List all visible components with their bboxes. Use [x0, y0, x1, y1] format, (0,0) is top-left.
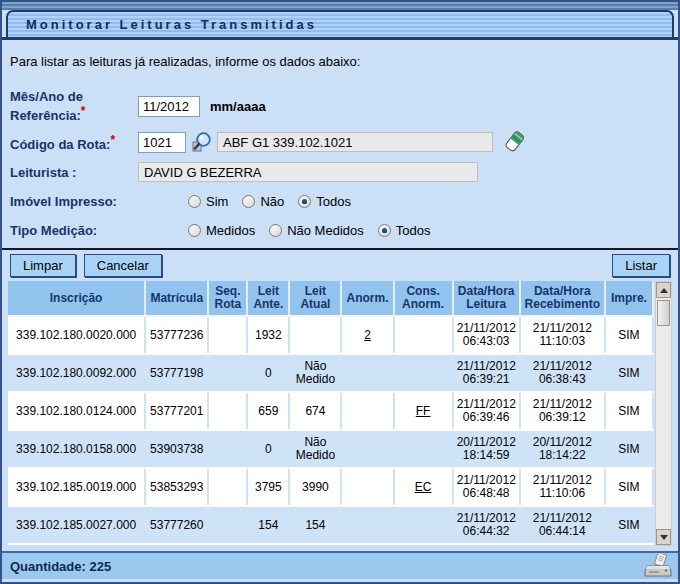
- radio-option-label: Sim: [206, 194, 228, 209]
- cell-anorm: [341, 392, 393, 430]
- cell-leit-atual: Não Medido: [289, 430, 341, 468]
- cell-leit-ante: 154: [247, 506, 289, 544]
- cell-inscricao: 339.102.180.0020.000: [8, 316, 145, 354]
- cell-data-hora-leitura: 21/11/201206:44:32: [453, 506, 520, 544]
- radio-option-todos[interactable]: Todos: [298, 194, 351, 209]
- cell-seq-rota: [208, 316, 247, 354]
- scrollbar-up-button[interactable]: [656, 282, 671, 298]
- cell-impresso: SIM: [605, 468, 653, 506]
- window-top-stripes: [2, 2, 678, 10]
- cell-leit-ante: 659: [247, 392, 289, 430]
- radio-unselected-icon[interactable]: [188, 195, 201, 208]
- limpar-button[interactable]: Limpar: [10, 254, 76, 277]
- cell-data-hora-leitura: 20/11/201218:14:59: [453, 430, 520, 468]
- table-scrollbar[interactable]: [655, 281, 672, 546]
- cell-data-hora-recebimento: 20/11/201218:14:22: [520, 430, 605, 468]
- scrollbar-down-button[interactable]: [656, 529, 671, 545]
- radio-option-label: Não Medidos: [287, 223, 364, 238]
- cell-matricula: 53777201: [145, 392, 208, 430]
- page-title-bar: Monitorar Leituras Transmitidas: [6, 10, 674, 37]
- mes-ano-label-text: Mês/Ano de Referência:: [10, 89, 83, 123]
- cell-data-hora-leitura: 21/11/201206:39:46: [453, 392, 520, 430]
- required-mark: *: [110, 133, 115, 147]
- readings-table: Inscrição Matrícula Seq. Rota Leit Ante.…: [8, 281, 654, 545]
- codigo-rota-label: Código da Rota:*: [10, 133, 138, 152]
- cons-anorm-link[interactable]: EC: [415, 480, 432, 494]
- cell-cons-anorm: EC: [394, 468, 453, 506]
- cell-matricula: 53853293: [145, 468, 208, 506]
- form-row-codigo-rota: Código da Rota:* ABF G1 339.102.1021: [10, 130, 670, 154]
- listar-button[interactable]: Listar: [612, 254, 670, 277]
- footer-bar: Quantidade: 225: [2, 551, 678, 579]
- radio-unselected-icon[interactable]: [269, 224, 282, 237]
- cell-matricula: 53903738: [145, 430, 208, 468]
- header-data-hora-leitura: Data/Hora Leitura: [453, 281, 520, 316]
- readings-table-body: 339.102.180.0020.000537772361932221/11/2…: [8, 316, 653, 544]
- cell-cons-anorm: [394, 430, 453, 468]
- header-data-hora-recebimento: Data/Hora Recebimento: [520, 281, 605, 316]
- cell-impresso: SIM: [605, 430, 653, 468]
- codigo-rota-input[interactable]: [138, 132, 186, 153]
- radio-unselected-icon[interactable]: [188, 224, 201, 237]
- cell-leit-atual: 154: [289, 506, 341, 544]
- cell-cons-anorm: [394, 316, 453, 354]
- radio-option-não[interactable]: Não: [242, 194, 284, 209]
- cell-inscricao: 339.102.180.0158.000: [8, 430, 145, 468]
- radio-option-todos[interactable]: Todos: [378, 223, 431, 238]
- cell-inscricao: 339.102.180.0092.000: [8, 354, 145, 392]
- content-area: Para listar as leituras já realizadas, i…: [2, 54, 678, 546]
- cell-inscricao: 339.102.185.0019.000: [8, 468, 145, 506]
- readings-grid-viewport: Inscrição Matrícula Seq. Rota Leit Ante.…: [8, 281, 654, 546]
- search-rota-button[interactable]: [191, 131, 213, 153]
- radio-option-sim[interactable]: Sim: [188, 194, 228, 209]
- radio-option-não-medidos[interactable]: Não Medidos: [269, 223, 364, 238]
- header-leit-atual: Leit Atual: [289, 281, 341, 316]
- form-row-tipo-medicao: Tipo Medição: MedidosNão MedidosTodos: [10, 219, 670, 241]
- cell-inscricao: 339.102.185.0027.000: [8, 506, 145, 544]
- cell-impresso: SIM: [605, 506, 653, 544]
- cell-data-hora-recebimento: 21/11/201211:10:06: [520, 468, 605, 506]
- print-button[interactable]: [644, 554, 672, 580]
- mes-ano-label: Mês/Ano de Referência:*: [10, 89, 138, 123]
- cell-leit-atual: Não Medido: [289, 354, 341, 392]
- intro-text: Para listar as leituras já realizadas, i…: [10, 54, 670, 69]
- cell-anorm: [341, 430, 393, 468]
- form-row-imovel-impresso: Imóvel Impresso: SimNãoTodos: [10, 190, 670, 212]
- cell-impresso: SIM: [605, 354, 653, 392]
- cell-inscricao: 339.102.180.0124.000: [8, 392, 145, 430]
- cell-cons-anorm: [394, 354, 453, 392]
- cell-seq-rota: [208, 430, 247, 468]
- radio-selected-icon[interactable]: [378, 224, 391, 237]
- magnifier-icon: [191, 141, 213, 156]
- tipo-medicao-label: Tipo Medição:: [10, 223, 138, 238]
- cancelar-button[interactable]: Cancelar: [84, 254, 162, 277]
- radio-option-medidos[interactable]: Medidos: [188, 223, 255, 238]
- cell-data-hora-leitura: 21/11/201206:48:48: [453, 468, 520, 506]
- title-divider: [2, 37, 678, 40]
- cell-data-hora-recebimento: 21/11/201206:44:14: [520, 506, 605, 544]
- monitor-window: Monitorar Leituras Transmitidas Para lis…: [0, 0, 680, 584]
- cell-data-hora-recebimento: 21/11/201206:38:43: [520, 354, 605, 392]
- cell-leit-ante: 0: [247, 430, 289, 468]
- radio-selected-icon[interactable]: [298, 195, 311, 208]
- radio-unselected-icon[interactable]: [242, 195, 255, 208]
- radio-option-label: Não: [260, 194, 284, 209]
- header-leit-ante: Leit Ante.: [247, 281, 289, 316]
- anorm-link[interactable]: 2: [364, 328, 371, 342]
- scrollbar-thumb[interactable]: [657, 300, 670, 326]
- mes-ano-input[interactable]: [138, 96, 200, 117]
- cell-data-hora-leitura: 21/11/201206:43:03: [453, 316, 520, 354]
- cons-anorm-link[interactable]: FF: [416, 404, 431, 418]
- cell-anorm: [341, 354, 393, 392]
- rota-description-field: ABF G1 339.102.1021: [217, 132, 493, 152]
- codigo-rota-label-text: Código da Rota:: [10, 137, 110, 152]
- header-anorm: Anorm.: [341, 281, 393, 316]
- cell-seq-rota: [208, 468, 247, 506]
- cell-seq-rota: [208, 392, 247, 430]
- clear-rota-button[interactable]: [503, 130, 525, 154]
- cell-data-hora-leitura: 21/11/201206:39:21: [453, 354, 520, 392]
- header-seq-rota: Seq. Rota: [208, 281, 247, 316]
- cell-matricula: 53777236: [145, 316, 208, 354]
- radio-option-label: Medidos: [206, 223, 255, 238]
- arrow-down-icon: [660, 535, 668, 540]
